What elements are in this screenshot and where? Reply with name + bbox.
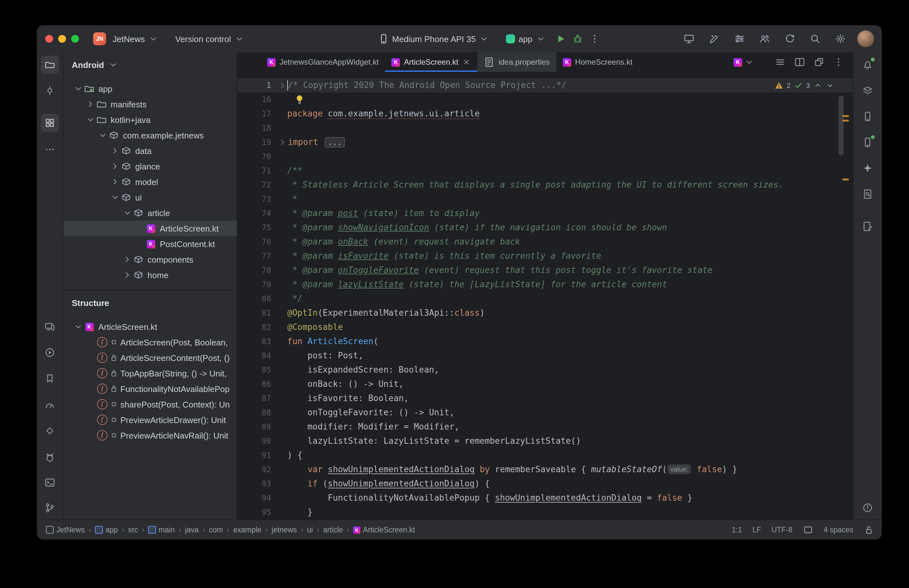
code-line-1[interactable]: 1/* Copyright 2020 The Android Open Sour… xyxy=(237,78,853,92)
line-number[interactable]: 70 xyxy=(237,149,278,164)
breadcrumb-item-articlescreen-kt[interactable]: KArticleScreen.kt xyxy=(353,526,415,534)
code-line-95[interactable]: 95 } xyxy=(237,505,853,519)
warning-stripe-mark[interactable] xyxy=(842,120,849,122)
code-line-73[interactable]: 73 * xyxy=(237,192,853,206)
indent-widget[interactable]: 4 spaces xyxy=(823,526,853,534)
line-number[interactable]: 89 xyxy=(237,420,278,434)
intention-bulb-icon[interactable] xyxy=(294,94,305,105)
tree-item-ui[interactable]: ui xyxy=(63,189,237,205)
line-number[interactable]: 81 xyxy=(237,306,278,320)
chevron-down-icon[interactable] xyxy=(121,208,133,218)
more-run-actions-button[interactable] xyxy=(586,31,603,47)
code-line-71[interactable]: 71/** xyxy=(237,164,853,178)
code-line-18[interactable]: 18 xyxy=(237,121,853,135)
running-devices-button[interactable] xyxy=(859,133,877,151)
notifications-button[interactable] xyxy=(859,56,877,74)
next-problem-icon[interactable] xyxy=(825,81,835,90)
line-number[interactable]: 94 xyxy=(237,491,278,505)
zoom-button[interactable] xyxy=(71,35,79,43)
code-line-70[interactable]: 70 xyxy=(237,149,853,164)
line-number[interactable]: 73 xyxy=(237,192,278,206)
code-line-78[interactable]: 78 * @param onToggleFavorite (event) req… xyxy=(237,263,853,278)
chevron-down-icon[interactable] xyxy=(72,321,84,332)
chevron-right-icon[interactable] xyxy=(84,99,97,109)
line-number[interactable]: 18 xyxy=(237,121,278,135)
debug-button[interactable] xyxy=(569,31,586,47)
line-number[interactable]: 78 xyxy=(237,263,278,278)
chevron-right-icon[interactable] xyxy=(121,254,133,265)
breadcrumb-item-src[interactable]: src xyxy=(128,526,138,534)
code-line-93[interactable]: 93 if (showUnimplementedActionDialog) { xyxy=(237,477,853,491)
line-number[interactable]: 75 xyxy=(237,221,278,235)
settings-button[interactable] xyxy=(832,31,849,47)
code-line-82[interactable]: 82@Composable xyxy=(237,320,853,334)
structure-item-topappbar[interactable]: fTopAppBar(String, () -> Unit, xyxy=(63,365,237,381)
chevron-down-icon[interactable] xyxy=(97,130,109,141)
close-button[interactable] xyxy=(45,35,53,43)
code-line-74[interactable]: 74 * @param post (state) item to display xyxy=(237,206,853,221)
device-manager-button[interactable] xyxy=(859,107,877,126)
breadcrumb-item-article[interactable]: article xyxy=(323,526,343,534)
close-icon[interactable] xyxy=(462,58,471,66)
structure-item-articlescreencontent[interactable]: fArticleScreenContent(Post, () xyxy=(63,350,237,365)
gradle-sync-button[interactable] xyxy=(781,31,798,47)
project-view-selector[interactable]: Android xyxy=(63,52,237,77)
line-number[interactable]: 17 xyxy=(237,107,278,121)
code-line-90[interactable]: 90 lazyListState: LazyListState = rememb… xyxy=(237,434,853,448)
tree-item-com-example-jetnews[interactable]: com.example.jetnews xyxy=(63,128,237,143)
line-number[interactable]: 90 xyxy=(237,434,278,448)
line-number[interactable]: 77 xyxy=(237,249,278,263)
tab-jetnewsglanceappwidget-kt[interactable]: KJetnewsGlanceAppWidget.kt xyxy=(261,52,385,72)
line-number[interactable]: 1 xyxy=(237,78,278,92)
chevron-down-icon[interactable] xyxy=(84,115,97,125)
code-line-17[interactable]: 17package com.example.jetnews.ui.article xyxy=(237,107,853,121)
tree-item-app[interactable]: app xyxy=(63,81,237,96)
project-widget[interactable]: JetNews xyxy=(113,34,158,44)
warning-stripe-mark[interactable] xyxy=(842,115,849,117)
breadcrumb-item-main[interactable]: main xyxy=(148,526,175,534)
prev-problem-icon[interactable] xyxy=(813,81,822,90)
structure-item-sharepost[interactable]: fsharePost(Post, Context): Un xyxy=(63,397,237,412)
line-separator-widget[interactable]: LF xyxy=(752,526,761,534)
vcs-widget[interactable]: Version control xyxy=(175,34,245,44)
breadcrumb-item-jetnews[interactable]: JetNews xyxy=(46,526,85,534)
structure-root[interactable]: KArticleScreen.kt xyxy=(63,319,237,334)
line-number[interactable]: 92 xyxy=(237,462,278,477)
code-line-19[interactable]: 19import ... xyxy=(237,135,853,149)
line-number[interactable]: 84 xyxy=(237,349,278,363)
line-number[interactable]: 93 xyxy=(237,477,278,491)
device-mirroring-button[interactable] xyxy=(681,31,697,47)
tab-idea-properties[interactable]: idea.properties xyxy=(478,52,556,72)
warning-stripe-mark[interactable] xyxy=(842,179,849,181)
more-editor-actions-button[interactable] xyxy=(831,54,846,70)
line-number[interactable]: 88 xyxy=(237,405,278,420)
profiler-button[interactable] xyxy=(41,396,59,414)
breadcrumb-item-ui[interactable]: ui xyxy=(307,526,313,534)
code-line-92[interactable]: 92 var showUnimplementedActionDialog by … xyxy=(237,462,853,477)
line-number[interactable]: 19 xyxy=(237,135,278,149)
assistant-button[interactable] xyxy=(859,217,877,236)
caret-position-widget[interactable]: 1:1 xyxy=(732,526,742,534)
tree-item-home[interactable]: home xyxy=(63,267,237,283)
breadcrumb-item-example[interactable]: example xyxy=(233,526,262,534)
gradle-button[interactable] xyxy=(859,81,877,100)
code-line-72[interactable]: 72 * Stateless Article Screen that displ… xyxy=(237,178,853,192)
editor-scrollbar[interactable] xyxy=(838,96,844,155)
structure-item-functionalitynotavailablepop[interactable]: fFunctionalityNotAvailablePop xyxy=(63,381,237,397)
tree-item-kotlin-java[interactable]: kotlin+java xyxy=(63,112,237,128)
structure-item-articlescreen[interactable]: fArticleScreen(Post, Boolean, xyxy=(63,334,237,350)
line-number[interactable]: 80 xyxy=(237,292,278,306)
code-line-85[interactable]: 85 isExpandedScreen: Boolean, xyxy=(237,363,853,377)
chevron-right-icon[interactable] xyxy=(121,270,133,280)
line-number[interactable]: 76 xyxy=(237,235,278,249)
more-tool-windows-button[interactable] xyxy=(41,141,59,158)
profile-avatar[interactable] xyxy=(857,31,874,47)
code-line-83[interactable]: 83fun ArticleScreen( xyxy=(237,334,853,349)
problems-button[interactable] xyxy=(859,499,877,517)
app-quality-insights-button[interactable] xyxy=(41,422,59,440)
tree-item-articlescreen-kt[interactable]: KArticleScreen.kt xyxy=(63,221,237,236)
code-editor[interactable]: 1/* Copyright 2020 The Android Open Sour… xyxy=(237,72,853,519)
line-number[interactable]: 86 xyxy=(237,377,278,391)
structure-button[interactable] xyxy=(41,114,59,132)
code-line-89[interactable]: 89 modifier: Modifier = Modifier, xyxy=(237,420,853,434)
